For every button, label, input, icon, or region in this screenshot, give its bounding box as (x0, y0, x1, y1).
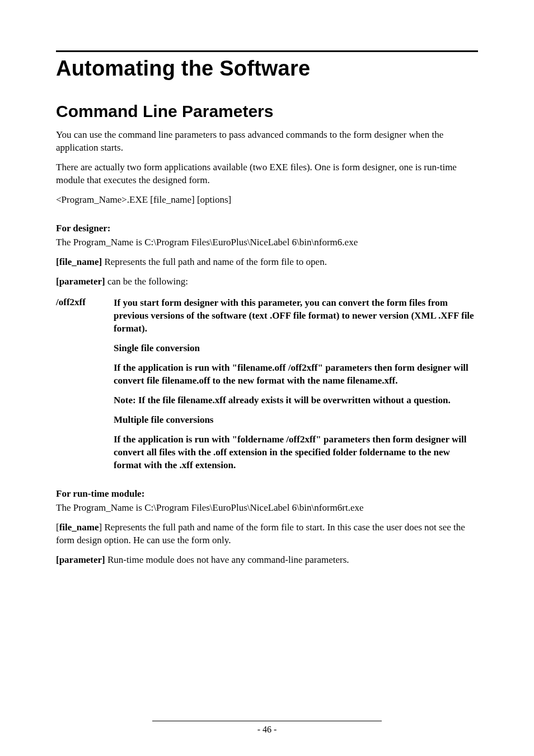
usage-line: <Program_Name>.EXE [file_name] [options] (56, 194, 478, 207)
runtime-heading-line: For run-time module: (56, 488, 478, 501)
param-description: If you start form designer with this par… (114, 297, 478, 472)
runtime-filename-line: [file_name] Represents the full path and… (56, 521, 478, 547)
parameter-label: [parameter] (56, 276, 105, 287)
designer-parameter-line: [parameter] can be the following: (56, 276, 478, 288)
designer-program-name: The Program_Name is C:\Program Files\Eur… (56, 236, 478, 249)
designer-heading-line: For designer: (56, 222, 478, 235)
intro-paragraph-1: You can use the command line parameters … (56, 129, 478, 155)
runtime-filename-label: file_name (59, 522, 99, 533)
section-title: Command Line Parameters (56, 102, 478, 121)
param-p3: If the application is run with "filename… (114, 362, 478, 388)
parameter-table: /off2xff If you start form designer with… (56, 295, 478, 474)
intro-paragraph-2: There are actually two form applications… (56, 161, 478, 187)
filename-label: [file_name] (56, 256, 102, 267)
runtime-program-name: The Program_Name is C:\Program Files\Eur… (56, 502, 478, 515)
param-key: /off2xff (56, 297, 114, 472)
designer-filename-line: [file_name] Represents the full path and… (56, 256, 478, 269)
page-footer: - 46 - (0, 721, 534, 735)
top-rule (56, 50, 478, 52)
runtime-parameter-label: [parameter] (56, 554, 105, 565)
param-p2: Single file conversion (114, 342, 478, 355)
footer-rule (152, 721, 382, 721)
runtime-heading: For run-time module: (56, 488, 144, 499)
page-number: - 46 - (257, 725, 277, 734)
designer-heading: For designer: (56, 223, 110, 234)
runtime-parameter-line: [parameter] Run-time module does not hav… (56, 554, 478, 567)
param-p5: Multiple file conversions (114, 414, 478, 427)
document-title: Automating the Software (56, 57, 478, 81)
runtime-parameter-desc: Run-time module does not have any comman… (105, 554, 349, 565)
runtime-filename-desc: Represents the full path and name of the… (56, 522, 465, 545)
param-p1: If you start form designer with this par… (114, 297, 478, 335)
param-p4: Note: If the file filename.xff already e… (114, 394, 478, 407)
filename-desc: Represents the full path and name of the… (102, 256, 327, 267)
page: Automating the Software Command Line Par… (0, 0, 534, 566)
param-p6: If the application is run with "folderna… (114, 433, 478, 472)
parameter-desc: can be the following: (105, 276, 188, 287)
